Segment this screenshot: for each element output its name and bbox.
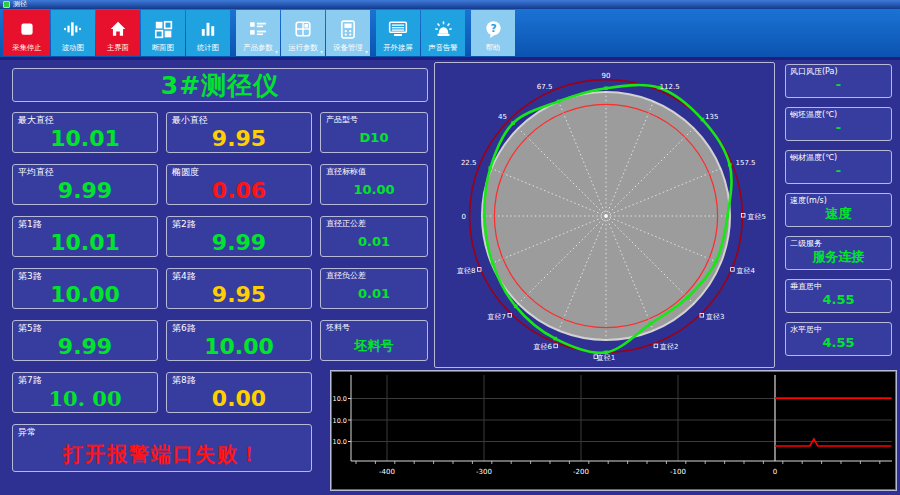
metric-label: 平均直径	[18, 167, 152, 177]
toolbar-button[interactable]: 采集停止	[3, 10, 50, 56]
status-box: 钢坯温度(℃) -	[785, 107, 892, 141]
metric-value: 10.01	[18, 126, 152, 152]
dropdown-caret-icon: ▾	[275, 48, 278, 55]
metric-cell: 第3路 10.00	[12, 268, 158, 309]
profile-point-marker	[728, 163, 732, 167]
profile-point-marker	[491, 261, 495, 265]
metric-value: 9.95	[172, 282, 306, 308]
toolbar-button[interactable]: 波动图	[51, 10, 95, 56]
section-icon	[154, 17, 173, 41]
toolbar-button[interactable]: 产品参数 ▾	[236, 10, 280, 56]
metric-label: 第3路	[18, 271, 152, 281]
dropdown-caret-icon: ▾	[365, 48, 368, 55]
help-icon: ?	[484, 17, 503, 41]
stop-icon	[18, 17, 36, 41]
toolbar: 采集停止 波动图 主界面 断面图 统计图	[0, 9, 900, 57]
profile-point-marker	[649, 322, 653, 326]
toolbar-button[interactable]: 声音告警	[421, 10, 465, 56]
profile-point-marker	[483, 214, 487, 218]
cross-section-panel: 022.54567.590112.5135157.5直径5直径4直径3直径2直径…	[434, 62, 775, 368]
gauge-title-box: 3#测径仪	[12, 68, 428, 102]
x-tick-label: -400	[379, 468, 395, 476]
toolbar-button[interactable]: 统计图	[186, 10, 230, 56]
status-box: 钢材温度(℃) -	[785, 150, 892, 184]
abnormal-box: 异常 打开报警端口失败！	[12, 424, 312, 472]
abnormal-label: 异常	[18, 427, 306, 437]
profile-point-marker	[726, 214, 730, 218]
status-label: 钢材温度(℃)	[790, 153, 887, 162]
metric-value: 10. 00	[18, 386, 152, 412]
metric-label: 第8路	[172, 375, 306, 385]
metric-label: 第4路	[172, 271, 306, 281]
angle-label: 67.5	[537, 83, 553, 91]
window-title: 测径	[13, 1, 27, 8]
x-tick-label: -200	[573, 468, 589, 476]
metric-cell: 直径正公差 0.01	[320, 216, 428, 257]
metric-value: 0.01	[326, 284, 422, 304]
status-label: 水平居中	[790, 325, 887, 334]
metric-cell: 产品型号 D10	[320, 112, 428, 153]
profile-point-marker	[686, 296, 690, 300]
metric-value: 坯料号	[326, 336, 422, 356]
status-box: 二级服务 服务连接	[785, 236, 892, 270]
toolbar-button-label: 断面图	[152, 44, 174, 51]
metric-cell: 最小直径 9.95	[166, 112, 312, 153]
run-params-icon	[294, 17, 312, 41]
toolbar-button[interactable]: ? 帮助	[471, 10, 515, 56]
angle-label: 135	[705, 113, 718, 121]
metric-value: 10.00	[172, 334, 306, 360]
toolbar-shadow	[0, 57, 900, 60]
dropdown-caret-icon: ▾	[320, 48, 323, 55]
waveform-icon	[63, 17, 83, 41]
profile-point-marker	[557, 100, 561, 104]
angle-label: 0	[461, 213, 465, 221]
metric-value: 9.95	[172, 126, 306, 152]
product-params-icon	[249, 17, 267, 41]
metric-cell: 第2路 9.99	[166, 216, 312, 257]
metric-cell: 直径负公差 0.01	[320, 268, 428, 309]
status-box: 水平居中 4.55	[785, 322, 892, 356]
toolbar-button-label: 采集停止	[12, 44, 41, 51]
angle-label: 45	[498, 113, 507, 121]
profile-point-marker	[553, 337, 557, 341]
profile-point-marker	[488, 166, 492, 170]
toolbar-button-label: 帮助	[486, 44, 501, 51]
status-label: 钢坯温度(℃)	[790, 110, 887, 119]
toolbar-button-label: 声音告警	[428, 44, 457, 51]
status-value[interactable]: 服务连接	[790, 248, 887, 265]
metric-cell: 椭圆度 0.06	[166, 164, 312, 205]
status-value: 4.55	[790, 291, 887, 308]
status-value: -	[790, 119, 887, 136]
y-tick-label: 10.0	[333, 395, 347, 403]
toolbar-button-label: 统计图	[197, 44, 219, 51]
diameter-label: 直径6	[533, 343, 552, 351]
metric-label: 第5路	[18, 323, 152, 333]
x-tick-label: -300	[476, 468, 492, 476]
status-value: 4.55	[790, 334, 887, 351]
metric-cell: 第8路 0.00	[166, 372, 312, 413]
angle-label: 112.5	[660, 83, 680, 91]
barchart-icon	[199, 17, 217, 41]
polar-center-dot	[604, 214, 608, 218]
metric-label: 最小直径	[172, 115, 306, 125]
metric-value: 10.00	[18, 282, 152, 308]
toolbar-button-label: 主界面	[107, 44, 129, 51]
profile-point-marker	[604, 86, 608, 90]
profile-point-marker	[701, 118, 705, 122]
metric-value: 0.00	[172, 386, 306, 412]
toolbar-button[interactable]: 运行参数 ▾	[281, 10, 325, 56]
status-label: 垂直居中	[790, 282, 887, 291]
toolbar-button[interactable]: 断面图	[141, 10, 185, 56]
toolbar-button-label: 运行参数	[288, 44, 317, 51]
status-value[interactable]: 速度	[790, 205, 887, 222]
cross-section-chart: 022.54567.590112.5135157.5直径5直径4直径3直径2直径…	[435, 63, 774, 367]
toolbar-button[interactable]: 主界面	[96, 10, 140, 56]
toolbar-button[interactable]: 设备管理 ▾	[326, 10, 370, 56]
diameter-label: 直径5	[747, 213, 765, 221]
status-column: 风口风压(Pa) - 钢坯温度(℃) - 钢材温度(℃) - 速度(m/s) 速…	[785, 64, 892, 365]
toolbar-button-label: 设备管理	[333, 44, 362, 51]
toolbar-button[interactable]: 开外接屏	[376, 10, 420, 56]
diameter-label: 直径1	[597, 354, 615, 362]
x-tick-label: 0	[773, 468, 777, 476]
metric-label: 直径正公差	[326, 219, 422, 229]
